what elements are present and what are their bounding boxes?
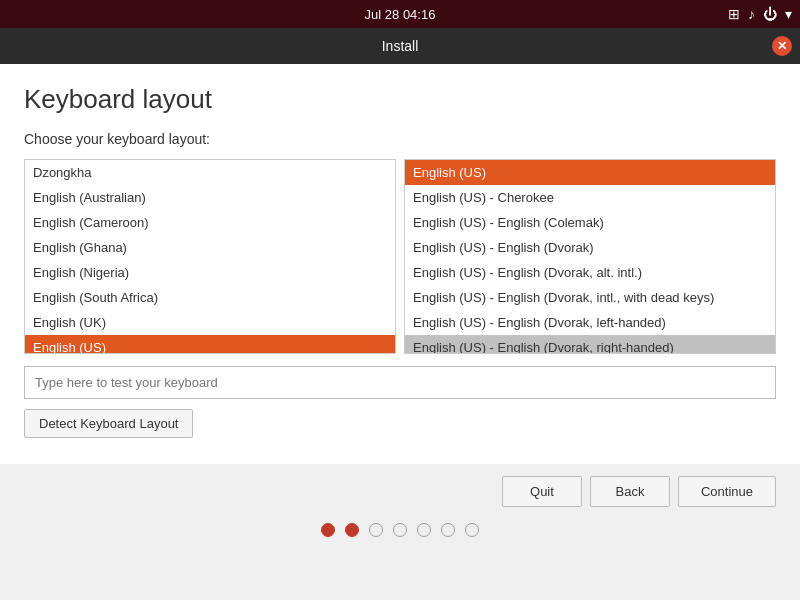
list-item[interactable]: English (Australian): [25, 185, 395, 210]
back-button[interactable]: Back: [590, 476, 670, 507]
progress-dot-1: [345, 523, 359, 537]
progress-dot-6: [465, 523, 479, 537]
list-item[interactable]: English (US) - English (Dvorak, left-han…: [405, 310, 775, 335]
language-list[interactable]: DzongkhaEnglish (Australian)English (Cam…: [24, 159, 396, 354]
list-item[interactable]: Dzongkha: [25, 160, 395, 185]
page-title: Keyboard layout: [24, 84, 776, 115]
list-item[interactable]: English (US) - English (Dvorak): [405, 235, 775, 260]
system-tray: ⊞ ♪ ⏻ ▾: [728, 6, 792, 22]
detect-keyboard-button[interactable]: Detect Keyboard Layout: [24, 409, 193, 438]
keyboard-test-input[interactable]: [24, 366, 776, 399]
list-item[interactable]: English (UK): [25, 310, 395, 335]
top-bar: Jul 28 04:16 ⊞ ♪ ⏻ ▾: [0, 0, 800, 28]
progress-indicator: [24, 523, 776, 545]
power-icon[interactable]: ⏻: [763, 6, 777, 22]
list-item[interactable]: English (US) - English (Dvorak, right-ha…: [405, 335, 775, 354]
datetime-label: Jul 28 04:16: [365, 7, 436, 22]
progress-dot-4: [417, 523, 431, 537]
list-item[interactable]: English (South Africa): [25, 285, 395, 310]
continue-button[interactable]: Continue: [678, 476, 776, 507]
subtitle-label: Choose your keyboard layout:: [24, 131, 776, 147]
progress-dot-0: [321, 523, 335, 537]
progress-dot-2: [369, 523, 383, 537]
list-item[interactable]: English (Nigeria): [25, 260, 395, 285]
layout-lists: DzongkhaEnglish (Australian)English (Cam…: [24, 159, 776, 354]
quit-button[interactable]: Quit: [502, 476, 582, 507]
list-item[interactable]: English (US) - English (Dvorak, intl., w…: [405, 285, 775, 310]
list-item[interactable]: English (US) - English (Colemak): [405, 210, 775, 235]
progress-dot-3: [393, 523, 407, 537]
list-item[interactable]: English (Ghana): [25, 235, 395, 260]
volume-icon[interactable]: ♪: [748, 6, 755, 22]
window-title: Install: [382, 38, 419, 54]
close-button[interactable]: ✕: [772, 36, 792, 56]
list-item[interactable]: English (US) - Cherokee: [405, 185, 775, 210]
bottom-area: Quit Back Continue: [0, 464, 800, 557]
title-bar: Install ✕: [0, 28, 800, 64]
list-item[interactable]: English (Cameroon): [25, 210, 395, 235]
network-icon[interactable]: ⊞: [728, 6, 740, 22]
main-content: Keyboard layout Choose your keyboard lay…: [0, 64, 800, 464]
menu-arrow-icon[interactable]: ▾: [785, 6, 792, 22]
progress-dot-5: [441, 523, 455, 537]
list-item[interactable]: English (US): [25, 335, 395, 354]
list-item[interactable]: English (US) - English (Dvorak, alt. int…: [405, 260, 775, 285]
variant-list[interactable]: English (US)English (US) - CherokeeEngli…: [404, 159, 776, 354]
navigation-buttons: Quit Back Continue: [24, 476, 776, 507]
list-item[interactable]: English (US): [405, 160, 775, 185]
